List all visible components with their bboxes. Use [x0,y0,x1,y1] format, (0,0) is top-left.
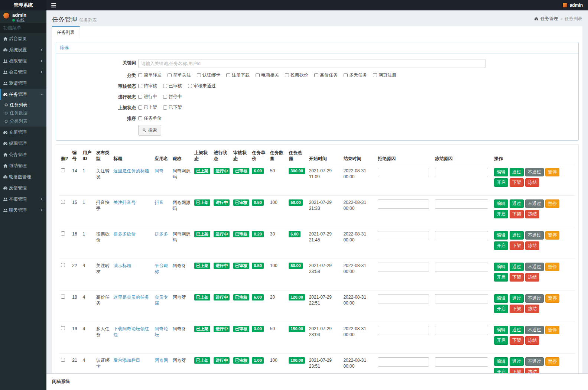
sidebar-item-6[interactable]: 充值管理 [0,127,46,138]
action-button-3[interactable]: 暂停 [545,231,559,240]
filter-checkbox[interactable] [163,105,167,110]
sidebar-toggle-button[interactable] [46,0,61,10]
action-button-1[interactable]: 通过 [510,326,524,334]
action-button-1[interactable]: 通过 [510,294,524,303]
task-title-link[interactable]: 这里是会员的任务 [113,295,149,300]
app-name-link[interactable]: 会员专属 [155,295,168,306]
action-button-1[interactable]: 通过 [510,357,524,366]
action-button-2[interactable]: 不通过 [525,326,544,334]
keyword-input[interactable] [138,59,485,68]
action-button-6[interactable]: 冻结 [525,336,539,345]
freeze-reason-input[interactable] [435,231,488,240]
sidebar-item-2[interactable]: 权限管理 [0,55,46,66]
filter-checkbox[interactable] [226,73,230,77]
freeze-reason-input[interactable] [435,326,488,335]
sidebar-item-3[interactable]: 会员管理 [0,66,46,78]
sidebar-subitem-5-1[interactable]: 任务数据 [0,109,46,117]
action-button-0[interactable]: 编辑 [494,357,508,366]
brand-logo[interactable]: 管理系统 [0,0,46,10]
action-button-5[interactable]: 下架 [510,178,524,187]
filter-checkbox[interactable] [138,105,142,110]
app-name-link[interactable]: 阿奇 [155,168,163,173]
reject-reason-input[interactable] [378,326,429,335]
freeze-reason-input[interactable] [435,168,488,177]
row-select-checkbox[interactable] [61,200,65,204]
sidebar-item-13[interactable]: 聊天管理 [0,205,46,216]
sidebar-item-10[interactable]: 轮播图管理 [0,171,46,182]
action-button-2[interactable]: 不通过 [525,199,544,208]
action-button-2[interactable]: 不通过 [525,357,544,366]
sidebar-item-12[interactable]: 举报管理 [0,194,46,205]
action-button-4[interactable]: 开启 [494,178,508,187]
filter-checkbox[interactable] [373,73,377,77]
sidebar-subitem-5-0[interactable]: 任务列表 [0,101,46,109]
filter-checkbox[interactable] [138,84,142,88]
action-button-3[interactable]: 暂停 [545,168,559,176]
freeze-reason-input[interactable] [435,294,488,303]
filter-checkbox[interactable] [163,95,167,99]
filter-checkbox[interactable] [197,73,201,77]
sidebar-item-8[interactable]: 公告管理 [0,149,46,160]
action-button-6[interactable]: 冻结 [525,178,539,187]
filter-checkbox[interactable] [163,84,167,88]
filter-checkbox[interactable] [285,73,289,77]
app-name-link[interactable]: 阿奇论坛 [155,326,168,337]
breadcrumb-link[interactable]: 任务管理 [540,16,558,22]
app-name-link[interactable]: 抖音 [155,200,163,205]
row-select-checkbox[interactable] [61,168,65,172]
action-button-4[interactable]: 开启 [494,241,508,250]
action-button-6[interactable]: 冻结 [525,273,539,282]
action-button-3[interactable]: 暂停 [545,199,559,208]
reject-reason-input[interactable] [378,294,429,303]
filter-checkbox[interactable] [138,73,142,77]
action-button-1[interactable]: 通过 [510,168,524,176]
sidebar-item-9[interactable]: 帮助管理 [0,160,46,171]
sidebar-subitem-5-2[interactable]: 分类列表 [0,117,46,125]
action-button-0[interactable]: 编辑 [494,231,508,240]
sidebar-item-5[interactable]: 任务管理 [0,89,46,100]
task-title-link[interactable]: 后台添加栏目 [113,358,140,363]
action-button-0[interactable]: 编辑 [494,326,508,334]
action-button-4[interactable]: 开启 [494,336,508,345]
task-title-link[interactable]: 拼多多砍价 [113,231,136,237]
reject-reason-input[interactable] [378,231,429,240]
task-title-link[interactable]: 关注抖音号 [113,200,136,205]
filter-checkbox[interactable] [314,73,318,77]
action-button-0[interactable]: 编辑 [494,294,508,303]
action-button-6[interactable]: 冻结 [525,305,539,313]
sidebar-item-7[interactable]: 提现管理 [0,138,46,149]
action-button-6[interactable]: 冻结 [525,241,539,250]
action-button-1[interactable]: 通过 [510,199,524,208]
reject-reason-input[interactable] [378,168,429,177]
app-name-link[interactable]: 阿奇网 [155,358,168,363]
search-button[interactable]: 搜索 [138,125,161,136]
sidebar-item-1[interactable]: 系统设置 [0,44,46,55]
action-button-3[interactable]: 暂停 [545,294,559,303]
action-button-3[interactable]: 暂停 [545,263,559,271]
freeze-reason-input[interactable] [435,199,488,209]
row-select-checkbox[interactable] [61,231,65,235]
freeze-reason-input[interactable] [435,263,488,272]
action-button-1[interactable]: 通过 [510,231,524,240]
action-button-0[interactable]: 编辑 [494,199,508,208]
filter-checkbox[interactable] [344,73,348,77]
row-select-checkbox[interactable] [61,326,65,330]
action-button-3[interactable]: 暂停 [545,357,559,366]
action-button-2[interactable]: 不通过 [525,168,544,176]
row-select-checkbox[interactable] [61,358,65,362]
task-title-link[interactable]: 下载阿奇论坛领红包 [113,326,149,337]
action-button-1[interactable]: 通过 [510,263,524,271]
action-button-5[interactable]: 下架 [510,273,524,282]
action-button-5[interactable]: 下架 [510,210,524,218]
filter-checkbox[interactable] [168,73,172,77]
filter-checkbox[interactable] [138,95,142,99]
sidebar-item-4[interactable]: 邀请管理 [0,78,46,89]
action-button-4[interactable]: 开启 [494,273,508,282]
reject-reason-input[interactable] [378,199,429,209]
action-button-6[interactable]: 冻结 [525,210,539,218]
action-button-2[interactable]: 不通过 [525,263,544,271]
row-select-checkbox[interactable] [61,295,65,299]
action-button-4[interactable]: 开启 [494,305,508,313]
app-name-link[interactable]: 平台昵称 [155,263,168,274]
sidebar-item-11[interactable]: 反馈管理 [0,182,46,194]
